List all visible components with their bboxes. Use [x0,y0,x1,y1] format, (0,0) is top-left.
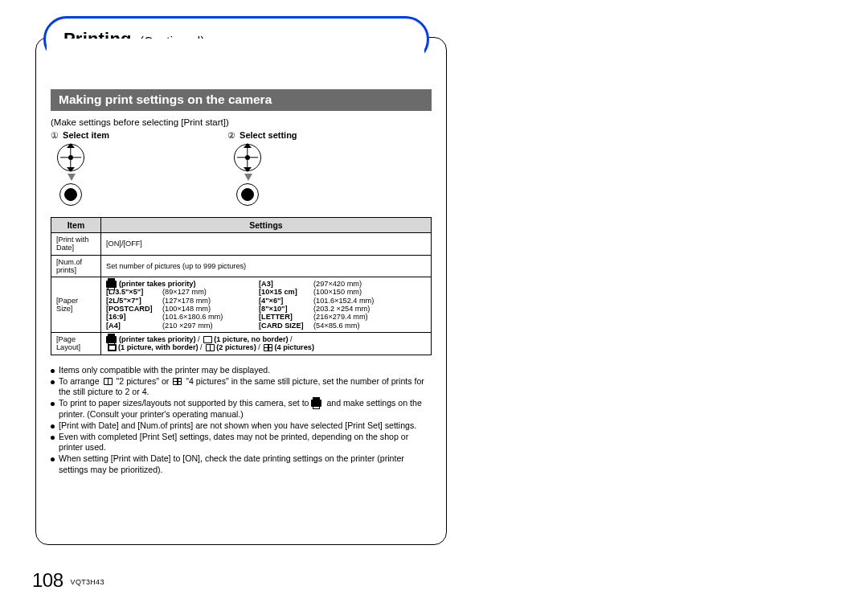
cell-setting: [ON]/[OFF] [101,233,432,256]
table-row: [Paper Size] (printer takes priority) [L… [51,277,432,333]
step2-num: ② [227,130,235,141]
cell-item: [Page Layout] [51,332,101,355]
list-item: To arrange "2 pictures" or "4 pictures" … [51,376,432,397]
list-item: Items only compatible with the printer m… [51,365,432,375]
step1-label: Select item [63,130,109,140]
cell-item: [Paper Size] [51,277,101,333]
cell-item: [Print with Date] [51,233,101,256]
layout-1-noborder-icon [203,336,212,343]
content: Making print settings on the camera (Mak… [36,38,446,475]
table-row: [Page Layout] (printer takes priority) /… [51,332,432,355]
list-item: When setting [Print with Date] to [ON], … [51,453,432,474]
notes-list: Items only compatible with the printer m… [51,365,432,475]
layout-4-icon [264,344,272,351]
cell-setting: (printer takes priority) [L/3.5"×5"](89×… [101,277,432,333]
th-item: Item [51,218,101,233]
printer-icon [106,281,117,288]
table-row: [Num.of prints] Set number of pictures (… [51,255,432,277]
printer-icon [106,336,117,343]
list-item: To print to paper sizes/layouts not supp… [51,398,432,419]
section-heading: Making print settings on the camera [51,89,432,111]
layout-2-icon [104,378,113,385]
center-button-icon [59,183,82,206]
steps-row: ① Select item ② Select setting [51,130,432,206]
page-footer: 108 VQT3H43 [32,569,104,592]
layout-2-icon [206,344,215,351]
settings-table: Item Settings [Print with Date] [ON]/[OF… [51,217,432,355]
dpad-icon [234,144,261,171]
manual-page: Printing (Continued) Making print settin… [32,6,450,601]
doc-id: VQT3H43 [71,578,104,586]
table-row: [Print with Date] [ON]/[OFF] [51,233,432,256]
cell-setting: (printer takes priority) / (1 picture, n… [101,332,432,355]
step1-num: ① [51,130,59,141]
step-1: ① Select item [51,130,227,206]
intro-text: (Make settings before selecting [Print s… [51,117,432,127]
page-number: 108 [32,569,63,591]
printer-icon [311,400,321,407]
cell-item: [Num.of prints] [51,255,101,277]
step2-label: Select setting [240,130,297,140]
layout-1-border-icon [108,344,117,351]
cell-setting: Set number of pictures (up to 999 pictur… [101,255,432,277]
arrow-down-icon [244,174,252,181]
center-button-icon [236,183,259,206]
th-settings: Settings [101,218,432,233]
page-frame: Making print settings on the camera (Mak… [35,37,447,545]
list-item: [Print with Date] and [Num.of prints] ar… [51,420,432,431]
arrow-down-icon [68,174,76,181]
list-item: Even with completed [Print Set] settings… [51,432,432,453]
step-2: ② Select setting [227,130,404,206]
dpad-icon [57,144,84,171]
layout-4-icon [173,378,182,385]
